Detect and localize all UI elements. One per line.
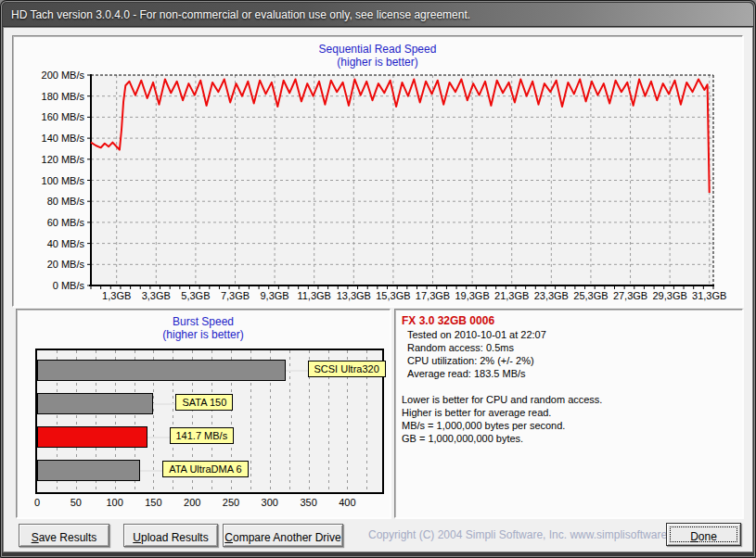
x-tick-label: 1,3GB [102, 290, 131, 301]
info-note-higher: Higher is better for average read. [402, 406, 742, 419]
x-tick-label: 23,3GB [534, 290, 569, 301]
burst-bar-scsi-ultra320 [37, 360, 286, 381]
burst-bar-ata-ultradma-6 [37, 460, 140, 481]
hd-tach-window: HD Tach version 3.0.4.0 - For non-commer… [0, 0, 756, 558]
sequential-chart-title: Sequential Read Speed (higher is better) [13, 43, 742, 69]
drive-info-panel: FX 3.0 32GB 0006 Tested on 2010-10-01 at… [394, 309, 743, 518]
y-tick-label: 180 MB/s [42, 91, 85, 102]
y-tick-label: 0 MB/s [53, 280, 85, 291]
sequential-read-chart: 0 MB/s20 MB/s40 MB/s60 MB/s80 MB/s100 MB… [13, 36, 742, 306]
info-tested-on: Tested on 2010-10-01 at 22:07 [407, 328, 742, 341]
compare-another-drive-button[interactable]: Compare Another Drive [223, 524, 343, 547]
burst-axis-tick-label: 150 [145, 497, 161, 508]
info-random-access: Random access: 0.5ms [407, 341, 742, 354]
y-tick-label: 200 MB/s [42, 70, 85, 81]
info-note-mbs: MB/s = 1,000,000 bytes per second. [402, 419, 742, 432]
x-tick-label: 11,3GB [297, 290, 331, 301]
burst-bar-label: SCSI Ultra320 [308, 361, 386, 377]
sequential-read-panel: Sequential Read Speed (higher is better)… [12, 35, 743, 307]
x-tick-label: 29,3GB [652, 290, 686, 301]
upload-results-button[interactable]: Upload Results [123, 524, 218, 547]
burst-label-connector [153, 403, 175, 405]
burst-axis-tick-label: 350 [300, 497, 316, 508]
burst-axis-tick-label: 200 [184, 497, 200, 508]
burst-axis-tick-label: 400 [339, 497, 355, 508]
info-notes: Lower is better for CPU and random acces… [395, 393, 742, 445]
window-content: Sequential Read Speed (higher is better)… [4, 28, 752, 552]
sequential-chart-title-line1: Sequential Read Speed [13, 43, 742, 56]
burst-bar-sata-150 [37, 393, 153, 414]
titlebar[interactable]: HD Tach version 3.0.4.0 - For non-commer… [3, 3, 753, 27]
burst-chart-title-line1: Burst Speed [17, 315, 390, 328]
y-tick-label: 160 MB/s [42, 111, 85, 122]
burst-axis-tick-label: 0 [34, 497, 40, 508]
x-tick-label: 3,3GB [142, 290, 171, 301]
info-note-gb: GB = 1,000,000,000 bytes. [402, 432, 742, 445]
burst-bar-label: ATA UltraDMA 6 [162, 461, 248, 477]
sequential-chart-title-line2: (higher is better) [13, 56, 742, 69]
burst-speed-panel: Burst Speed (higher is better) SCSI Ultr… [16, 309, 391, 518]
burst-axis-tick-label: 50 [70, 497, 82, 508]
burst-label-connector [147, 437, 170, 438]
y-tick-label: 40 MB/s [47, 238, 85, 249]
burst-bar-label: SATA 150 [175, 394, 233, 411]
x-tick-label: 15,3GB [376, 290, 410, 301]
y-tick-label: 120 MB/s [42, 154, 85, 165]
y-tick-label: 140 MB/s [42, 133, 85, 144]
x-tick-label: 27,3GB [613, 290, 647, 301]
drive-name: FX 3.0 32GB 0006 [402, 314, 742, 327]
y-tick-label: 20 MB/s [47, 259, 85, 270]
info-cpu-utilization: CPU utilization: 2% (+/- 2%) [407, 354, 742, 367]
x-tick-label: 13,3GB [337, 290, 371, 301]
x-tick-label: 17,3GB [416, 290, 450, 301]
x-tick-label: 9,3GB [261, 290, 289, 301]
x-tick-label: 5,3GB [181, 290, 210, 301]
burst-chart-title-line2: (higher is better) [17, 328, 390, 341]
burst-chart-title: Burst Speed (higher is better) [17, 315, 390, 341]
window-title: HD Tach version 3.0.4.0 - For non-commer… [3, 3, 753, 21]
burst-axis-tick-label: 100 [106, 497, 122, 508]
x-tick-label: 31,3GB [692, 290, 726, 301]
burst-axis-tick-label: 250 [223, 497, 239, 508]
burst-speed-chart: SCSI Ultra320SATA 150141.7 MB/sATA Ultra… [35, 349, 384, 494]
x-tick-label: 25,3GB [573, 290, 608, 301]
y-tick-label: 60 MB/s [47, 217, 85, 228]
y-tick-label: 100 MB/s [42, 175, 85, 186]
info-note-lower: Lower is better for CPU and random acces… [402, 393, 742, 406]
x-tick-label: 19,3GB [455, 290, 489, 301]
burst-bar-tested-drive [37, 426, 147, 448]
info-average-read: Average read: 183.5 MB/s [407, 367, 742, 380]
x-tick-label: 21,3GB [494, 290, 529, 301]
copyright-text: Copyright (C) 2004 Simpli Software, Inc.… [368, 528, 691, 541]
y-tick-label: 80 MB/s [47, 196, 85, 207]
done-button[interactable]: Done [666, 523, 741, 546]
save-results-button[interactable]: Save Results [19, 524, 109, 547]
burst-label-connector [140, 470, 162, 472]
burst-axis-tick-label: 300 [262, 497, 278, 508]
burst-bar-label: 141.7 MB/s [170, 427, 235, 444]
x-tick-label: 7,3GB [221, 290, 250, 301]
burst-label-connector [286, 370, 308, 372]
